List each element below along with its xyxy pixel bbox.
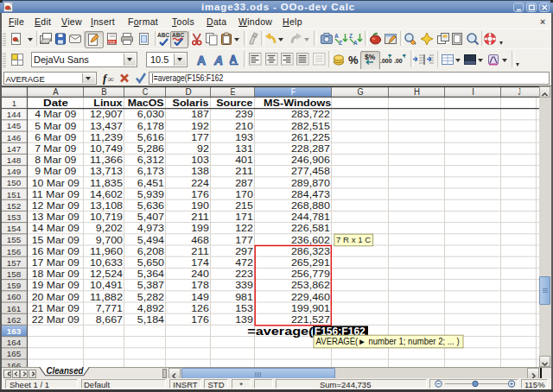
svg-text:14,602: 14,602 [90, 189, 123, 199]
svg-text:126: 126 [191, 303, 209, 313]
svg-text:284,473: 284,473 [291, 189, 330, 199]
svg-text:164: 164 [7, 338, 22, 347]
svg-text:A: A [53, 87, 59, 97]
svg-text:10,749: 10,749 [90, 143, 123, 154]
svg-text:472: 472 [235, 257, 253, 268]
svg-text:ABC: ABC [172, 32, 184, 38]
svg-text:J: J [518, 87, 521, 97]
svg-text:190: 190 [191, 200, 209, 211]
svg-text:MS-Windows: MS-Windows [264, 98, 331, 108]
svg-text:13,713: 13,713 [90, 166, 123, 176]
svg-text:13,437: 13,437 [90, 121, 123, 131]
svg-text:9,700: 9,700 [96, 235, 123, 245]
svg-text:166: 166 [7, 361, 22, 367]
svg-text:$%: $% [365, 53, 376, 61]
svg-text:5,184: 5,184 [137, 314, 164, 325]
svg-text:148: 148 [7, 155, 22, 165]
svg-text:162: 162 [7, 315, 22, 325]
svg-text:15 Mar 09: 15 Mar 09 [32, 235, 79, 245]
svg-text:401: 401 [235, 155, 253, 165]
svg-text:210: 210 [235, 121, 253, 131]
svg-text:138: 138 [191, 166, 209, 176]
svg-text:215: 215 [235, 200, 253, 211]
svg-text:E: E [231, 87, 236, 97]
svg-text:6,451: 6,451 [137, 178, 164, 188]
svg-text:5,494: 5,494 [137, 235, 164, 245]
svg-text:A: A [334, 33, 339, 39]
svg-text:289,870: 289,870 [291, 178, 330, 188]
svg-text:144: 144 [7, 110, 22, 119]
svg-text:5,286: 5,286 [137, 143, 164, 154]
svg-text:228,287: 228,287 [291, 143, 330, 154]
svg-text:221,527: 221,527 [291, 314, 330, 325]
svg-text:10 Mar 09: 10 Mar 09 [32, 178, 79, 188]
svg-text:MacOS: MacOS [128, 98, 164, 108]
svg-text:103: 103 [191, 155, 209, 165]
svg-text:ABC: ABC [157, 32, 169, 38]
svg-text:282,515: 282,515 [291, 121, 330, 131]
svg-text:5,387: 5,387 [137, 280, 164, 290]
svg-text:176: 176 [191, 314, 209, 325]
svg-text:=average(: =average( [247, 325, 314, 338]
svg-text:22 Mar 09: 22 Mar 09 [32, 314, 79, 325]
svg-text:187: 187 [191, 109, 209, 119]
svg-text:19 Mar 09: 19 Mar 09 [32, 280, 79, 290]
svg-text:17 Mar 09: 17 Mar 09 [32, 257, 79, 268]
svg-text:159: 159 [7, 281, 22, 290]
svg-text:156: 156 [7, 247, 22, 256]
svg-text:9 Mar 09: 9 Mar 09 [35, 166, 76, 176]
svg-text:339: 339 [235, 280, 253, 290]
svg-text:177: 177 [235, 235, 253, 245]
svg-text:223: 223 [235, 269, 253, 279]
svg-text:13 Mar 09: 13 Mar 09 [32, 212, 79, 222]
svg-text:AVERAGE(► number 1; number 2;: AVERAGE(► number 1; number 2; ... ) [316, 337, 460, 346]
svg-text:287: 287 [235, 178, 253, 188]
svg-text:163: 163 [7, 326, 22, 336]
svg-text:11,960: 11,960 [90, 246, 123, 256]
svg-text:199: 199 [191, 223, 209, 233]
svg-text:158: 158 [7, 269, 22, 279]
svg-text:∞: ∞ [108, 74, 114, 84]
svg-text:145: 145 [7, 121, 22, 130]
svg-text:18 Mar 09: 18 Mar 09 [32, 269, 79, 279]
svg-text:155: 155 [7, 235, 22, 244]
svg-text:147: 147 [7, 144, 22, 154]
svg-text:8,667: 8,667 [96, 314, 123, 325]
svg-text:170: 170 [235, 189, 253, 199]
svg-text:268,880: 268,880 [291, 200, 330, 211]
svg-text:10,491: 10,491 [90, 280, 123, 290]
svg-text:199,901: 199,901 [291, 303, 330, 313]
svg-text:256,779: 256,779 [291, 269, 330, 279]
svg-text:F: F [291, 87, 296, 97]
svg-text:4,892: 4,892 [137, 303, 164, 313]
svg-text:H: H [414, 87, 420, 97]
svg-text:193: 193 [235, 132, 253, 142]
svg-text:5 Mar 09: 5 Mar 09 [35, 121, 76, 131]
svg-text:165: 165 [7, 349, 22, 358]
svg-text:11,882: 11,882 [90, 292, 123, 302]
svg-text:I: I [472, 87, 474, 97]
svg-text:7 Mar 09: 7 Mar 09 [35, 143, 76, 154]
svg-text:10,633: 10,633 [90, 257, 123, 268]
svg-text:122: 122 [235, 223, 253, 233]
svg-text:229,460: 229,460 [291, 292, 330, 302]
svg-text:A: A [230, 54, 238, 66]
svg-text:6,173: 6,173 [137, 166, 164, 176]
svg-text:246,906: 246,906 [291, 155, 330, 165]
svg-text:151: 151 [7, 190, 22, 199]
svg-text:146: 146 [7, 133, 22, 142]
svg-text:4 Mar 09: 4 Mar 09 [35, 109, 76, 119]
svg-text:981: 981 [235, 292, 253, 302]
svg-text:11,835: 11,835 [90, 178, 123, 188]
svg-text:11,366: 11,366 [90, 155, 123, 165]
svg-text:152: 152 [7, 201, 22, 211]
svg-text:.00: .00 [394, 58, 403, 64]
svg-text:92: 92 [197, 143, 209, 154]
svg-text:C: C [143, 87, 149, 97]
svg-text:Source: Source [216, 98, 252, 108]
svg-text:211: 211 [235, 166, 253, 176]
svg-text:6,208: 6,208 [137, 246, 164, 256]
svg-text:161: 161 [7, 304, 22, 313]
svg-text:7 R x 1 C: 7 R x 1 C [336, 235, 371, 244]
svg-text:265,291: 265,291 [291, 257, 330, 268]
